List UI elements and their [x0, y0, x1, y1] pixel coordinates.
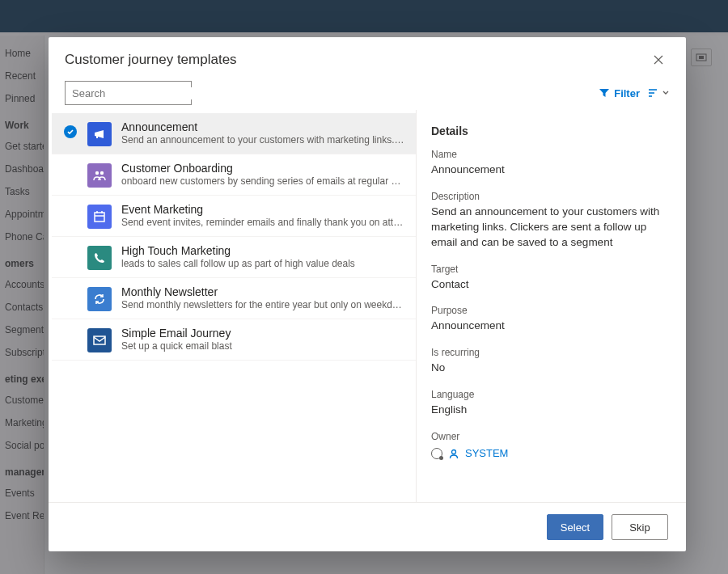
megaphone-icon — [87, 122, 112, 146]
selection-indicator — [63, 120, 78, 138]
field-label: Target — [431, 264, 671, 275]
filter-button[interactable]: Filter — [599, 87, 640, 99]
svg-point-11 — [95, 171, 99, 175]
select-button[interactable]: Select — [547, 514, 603, 540]
sort-icon — [648, 88, 659, 98]
template-name: Customer Onboarding — [121, 162, 406, 175]
field-label: Language — [431, 389, 671, 400]
owner-name: SYSTEM — [465, 447, 508, 459]
filter-icon — [599, 87, 610, 99]
chevron-down-icon — [662, 89, 670, 97]
field-label: Owner — [431, 431, 671, 442]
template-description: Send an announcement to your customers w… — [121, 134, 404, 146]
selection-indicator — [63, 203, 78, 208]
template-description: Set up a quick email blast — [121, 340, 404, 352]
search-input-wrapper[interactable] — [65, 81, 192, 105]
status-ring-icon — [431, 448, 442, 459]
close-icon — [653, 54, 664, 65]
field-value-recurring: No — [431, 361, 671, 376]
sort-button[interactable] — [648, 88, 670, 98]
selection-indicator — [63, 162, 78, 167]
close-button[interactable] — [647, 49, 670, 71]
template-picker-dialog: Customer journey templates Filter Announ… — [49, 37, 686, 551]
refresh-icon — [87, 287, 112, 311]
template-name: Simple Email Journey — [121, 327, 406, 340]
template-row-event[interactable]: Event MarketingSend event invites, remin… — [52, 196, 416, 237]
field-label: Purpose — [431, 305, 671, 316]
selection-indicator — [63, 285, 78, 290]
check-circle-icon — [64, 125, 77, 138]
skip-button[interactable]: Skip — [612, 514, 668, 540]
template-row-hightouch[interactable]: High Touch Marketingleads to sales call … — [52, 237, 416, 278]
template-row-announcement[interactable]: AnnouncementSend an announcement to your… — [52, 113, 416, 154]
template-name: High Touch Marketing — [121, 244, 406, 257]
owner-value: SYSTEM — [431, 447, 671, 459]
field-value-language: English — [431, 403, 671, 418]
field-label: Is recurring — [431, 347, 671, 358]
field-value-target: Contact — [431, 277, 671, 293]
template-name: Monthly Newsletter — [121, 285, 406, 298]
template-description: Send event invites, reminder emails and … — [121, 217, 404, 228]
person-icon — [448, 448, 459, 459]
template-list: AnnouncementSend an announcement to your… — [49, 110, 417, 502]
template-name: Event Marketing — [121, 203, 406, 216]
template-row-simple[interactable]: Simple Email JourneySet up a quick email… — [52, 319, 416, 361]
phone-icon — [87, 246, 112, 270]
mail-icon — [87, 328, 112, 352]
template-row-newsletter[interactable]: Monthly NewsletterSend monthly newslette… — [52, 278, 416, 319]
template-description: Send monthly newsletters for the entire … — [121, 299, 404, 310]
svg-rect-13 — [95, 213, 104, 222]
field-label: Description — [431, 191, 671, 202]
svg-point-18 — [452, 449, 456, 454]
dialog-title: Customer journey templates — [65, 52, 237, 68]
details-panel: Details Name Announcement Description Se… — [417, 110, 686, 502]
svg-rect-17 — [94, 336, 105, 344]
selection-indicator — [63, 327, 78, 331]
template-name: Announcement — [121, 120, 406, 133]
details-heading: Details — [431, 125, 671, 137]
field-value-name: Announcement — [431, 162, 671, 178]
template-description: onboard new customers by sending series … — [121, 175, 404, 187]
svg-point-12 — [100, 171, 104, 175]
template-row-onboarding[interactable]: Customer Onboardingonboard new customers… — [52, 154, 416, 196]
selection-indicator — [63, 244, 78, 249]
field-label: Name — [431, 149, 671, 160]
calendar-icon — [87, 205, 112, 229]
filter-label: Filter — [614, 87, 640, 99]
template-description: leads to sales call follow up as part of… — [121, 258, 404, 269]
people-icon — [87, 163, 112, 188]
field-value-description: Send an announcement to your customers w… — [431, 205, 671, 251]
field-value-purpose: Announcement — [431, 319, 671, 334]
search-input[interactable] — [72, 87, 208, 99]
